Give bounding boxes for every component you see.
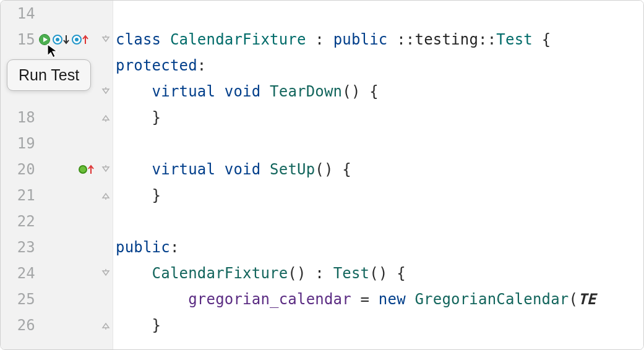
token <box>215 156 225 182</box>
line-number: 24 <box>1 260 35 286</box>
token <box>306 260 316 286</box>
code-line[interactable] <box>113 1 643 27</box>
token <box>116 182 152 208</box>
gutter-row: 22 <box>1 208 113 234</box>
token <box>116 260 152 286</box>
gutter-row: 25 <box>1 286 113 312</box>
line-number: 19 <box>1 130 35 156</box>
token: () <box>288 260 306 286</box>
token <box>215 79 225 105</box>
override-down-icon[interactable] <box>53 35 69 45</box>
token: new <box>379 286 406 312</box>
token <box>333 156 343 182</box>
code-area[interactable]: class CalendarFixture : public ::testing… <box>113 1 643 349</box>
token: = <box>361 286 370 312</box>
gutter-icons <box>39 286 113 312</box>
code-line[interactable] <box>113 130 643 156</box>
gutter-icons <box>39 130 113 156</box>
token: TearDown <box>270 79 342 105</box>
token <box>406 286 415 312</box>
gutter-row: 19 <box>1 130 113 156</box>
override-up-icon[interactable] <box>72 35 88 45</box>
fold-close-icon[interactable] <box>99 182 113 208</box>
token: void <box>225 156 261 182</box>
token: { <box>369 79 379 105</box>
token: } <box>152 105 161 130</box>
fold-close-icon[interactable] <box>99 312 113 338</box>
code-line[interactable]: CalendarFixture() : Test() { <box>113 260 643 286</box>
token <box>324 260 333 286</box>
token: ( <box>569 286 578 312</box>
fold-close-icon[interactable] <box>99 105 113 130</box>
token: public <box>333 27 388 53</box>
line-number: 14 <box>1 1 35 27</box>
line-number: 22 <box>1 208 35 234</box>
token <box>369 286 379 312</box>
code-line[interactable]: virtual void TearDown() { <box>113 79 643 105</box>
fold-open-icon[interactable] <box>99 79 113 105</box>
token: TE <box>578 286 596 312</box>
code-line[interactable]: class CalendarFixture : public ::testing… <box>113 27 643 53</box>
token: :: <box>397 27 414 53</box>
token <box>361 79 370 105</box>
gutter-icons <box>39 1 113 27</box>
token: CalendarFixture <box>170 27 306 53</box>
code-line[interactable]: } <box>113 182 643 208</box>
token <box>116 79 152 105</box>
line-number: 23 <box>1 234 35 260</box>
code-line[interactable]: } <box>113 105 643 130</box>
token <box>116 105 152 130</box>
token <box>533 27 542 53</box>
token <box>260 79 270 105</box>
token: } <box>152 182 161 208</box>
token <box>324 27 333 53</box>
token: : <box>315 260 324 286</box>
code-line[interactable]: gregorian_calendar = new GregorianCalend… <box>113 286 643 312</box>
token <box>116 312 152 338</box>
code-editor[interactable]: 1415 18 1920 21 222324 2526 <box>0 0 644 350</box>
token: CalendarFixture <box>152 260 288 286</box>
run-test-tooltip: Run Test <box>7 59 91 91</box>
gutter: 1415 18 1920 21 222324 2526 <box>1 1 113 349</box>
run-test-icon[interactable] <box>39 34 50 45</box>
implements-up-icon[interactable] <box>79 164 94 174</box>
gutter-row: 23 <box>1 234 113 260</box>
token: () <box>342 79 360 105</box>
token: : <box>170 234 179 260</box>
token <box>306 27 316 53</box>
gutter-row: 24 <box>1 260 113 286</box>
token: () <box>369 260 387 286</box>
token: public <box>116 234 170 260</box>
token: void <box>225 79 261 105</box>
gutter-row: 21 <box>1 182 113 208</box>
gutter-row: 26 <box>1 312 113 338</box>
fold-open-icon[interactable] <box>99 156 113 182</box>
token: virtual <box>152 156 216 182</box>
fold-open-icon[interactable] <box>99 260 113 286</box>
token <box>351 286 361 312</box>
token: { <box>342 156 351 182</box>
token: testing <box>415 27 479 53</box>
code-line[interactable]: public: <box>113 234 643 260</box>
fold-open-icon[interactable] <box>99 27 113 53</box>
line-number: 15 <box>1 27 35 53</box>
gutter-icons <box>39 234 113 260</box>
code-line[interactable]: } <box>113 312 643 338</box>
gutter-row: 14 <box>1 1 113 27</box>
code-line[interactable]: protected: <box>113 53 643 79</box>
token: class <box>116 27 161 53</box>
gutter-row: 15 <box>1 27 113 53</box>
code-line[interactable] <box>113 208 643 234</box>
token: { <box>542 27 551 53</box>
token <box>116 286 188 312</box>
line-number: 26 <box>1 312 35 338</box>
token: : <box>315 27 324 53</box>
line-number: 18 <box>1 105 35 130</box>
token: gregorian_calendar <box>188 286 351 312</box>
token <box>161 27 170 53</box>
line-number: 21 <box>1 182 35 208</box>
token: virtual <box>152 79 216 105</box>
token: Test <box>333 260 370 286</box>
code-line[interactable]: virtual void SetUp() { <box>113 156 643 182</box>
token: :: <box>478 27 496 53</box>
